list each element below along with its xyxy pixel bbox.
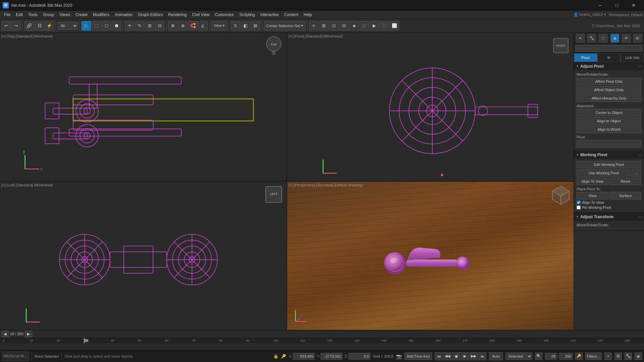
menu-create[interactable]: Create — [73, 11, 90, 19]
maximize-button[interactable]: □ — [609, 0, 625, 11]
panel-modify-icon[interactable]: 🔧 — [587, 34, 596, 43]
prev-frame-btn[interactable]: ◀ — [1, 330, 9, 337]
tab-link-info[interactable]: Link Info — [621, 53, 644, 62]
mirror-button[interactable]: ◧ — [241, 21, 250, 31]
timeline-ruler[interactable]: 0 10 20 30 40 50 60 70 80 90 100 110 120… — [0, 338, 644, 350]
pivot-button[interactable]: ⊗ — [178, 21, 187, 31]
unlink-button[interactable]: ⛓ — [35, 21, 44, 31]
section-adjust-pivot-header[interactable]: ▼ Adjust Pivot — — [574, 62, 644, 70]
reset-pivot-btn[interactable] — [577, 140, 641, 147]
menu-graph-editors[interactable]: Graph Editors — [135, 11, 165, 19]
align-button[interactable]: ⊠ — [251, 21, 260, 31]
select-region-button[interactable]: ⬚ — [92, 21, 101, 31]
viewport-front[interactable]: [+] [Front] [Standard] [Wireframe] FRONT — [287, 33, 574, 181]
menu-animation[interactable]: Animation — [112, 11, 135, 19]
menu-scripting[interactable]: Scripting — [236, 11, 258, 19]
x-input[interactable] — [293, 353, 315, 360]
panel-display-icon[interactable]: 👁 — [622, 34, 631, 43]
filter-dropdown[interactable]: All — [58, 22, 78, 30]
go-start-btn[interactable]: ⏮ — [435, 352, 443, 360]
tools-icon-2[interactable]: 🔧 — [625, 353, 632, 360]
center-to-object-btn[interactable]: Center to Object — [577, 109, 641, 116]
align-to-view-btn[interactable]: Align To View — [577, 178, 608, 185]
close-button[interactable]: ✕ — [626, 0, 641, 11]
go-end-btn[interactable]: ⏭ — [478, 352, 486, 360]
stop-btn[interactable]: ⏹ — [452, 352, 460, 360]
menu-modifiers[interactable]: Modifiers — [90, 11, 112, 19]
section-adjust-transform-header[interactable]: ▼ Adjust Transform — — [574, 213, 644, 221]
z-input[interactable] — [348, 353, 370, 360]
reset-btn[interactable]: Reset — [609, 178, 641, 185]
tools-icon-3[interactable]: ◈ — [635, 353, 642, 360]
render-setup[interactable]: 🎥 — [360, 21, 369, 31]
add-time-key-btn[interactable]: Add Time Key — [405, 353, 432, 360]
redo-button[interactable]: ↪ — [11, 21, 21, 31]
panel-create-icon[interactable]: ✦ — [576, 34, 585, 43]
menu-rendering[interactable]: Rendering — [165, 11, 189, 19]
current-frame-input[interactable] — [545, 353, 557, 360]
panel-search-input[interactable] — [575, 45, 643, 52]
render3-button[interactable]: ⬜ — [390, 21, 399, 31]
bind-button[interactable]: ⚡ — [45, 21, 54, 31]
search-timeline-btn[interactable]: 🔍 — [535, 353, 542, 360]
menu-help[interactable]: Help — [301, 11, 315, 19]
scale2-button[interactable]: ⊟ — [155, 21, 164, 31]
menu-tools[interactable]: Tools — [25, 11, 40, 19]
render-button[interactable]: ▶ — [370, 21, 379, 31]
menu-file[interactable]: File — [1, 11, 13, 19]
mat-editor[interactable]: ◈ — [350, 21, 359, 31]
working-pivot-more-btn[interactable]: ... — [632, 169, 641, 177]
tab-ik[interactable]: IK — [597, 53, 621, 62]
viewport-left[interactable]: [+] [Left] [Standard] [Wireframe] LEFT — [0, 182, 286, 330]
tools-icon-1[interactable]: ⚙ — [614, 353, 622, 360]
viewport-top[interactable]: [+] [Top] [Standard] [Wireframe] TOP — [0, 33, 286, 181]
section-adjust-pivot-collapse[interactable]: — — [639, 65, 642, 68]
filters-btn[interactable]: Filters... — [585, 353, 602, 360]
menu-group[interactable]: Group — [40, 11, 57, 19]
layers2-button[interactable]: ⊞ — [319, 21, 329, 31]
menu-edit[interactable]: Edit — [13, 11, 25, 19]
pin-working-pivot-checkbox[interactable] — [577, 205, 581, 209]
play-btn[interactable]: ▶ — [461, 352, 469, 360]
align-to-object-btn[interactable]: Align to Object — [577, 117, 641, 125]
view-dropdown[interactable]: View ▾ — [211, 21, 227, 31]
layers-button[interactable]: ≡ — [309, 21, 319, 31]
zoom-timeline-btn[interactable]: + — [604, 353, 612, 360]
total-frame-input[interactable] — [559, 353, 573, 360]
lasso-button[interactable]: ⬡ — [102, 21, 111, 31]
snap-s[interactable]: S — [231, 21, 240, 31]
panel-hierarchy-icon[interactable]: ⬡ — [599, 34, 607, 43]
tab-pivot[interactable]: Pivot — [574, 53, 597, 62]
next-frame-btn[interactable]: ▶ — [25, 330, 32, 337]
auto-key-btn[interactable]: Auto — [489, 352, 503, 360]
undo-button[interactable]: ↩ — [1, 21, 11, 31]
surface-btn[interactable]: Surface — [609, 192, 641, 199]
display-button[interactable]: ⊡ — [329, 21, 339, 31]
render2-button[interactable]: ⬛ — [380, 21, 389, 31]
panel-motion-icon[interactable]: ◉ — [610, 34, 619, 43]
scale-button[interactable]: ⊞ — [145, 21, 154, 31]
play-all-btn[interactable]: ▶▶ — [470, 352, 478, 360]
viewport-perspective[interactable]: [+] [Perspective] [Standard] [Default Sh… — [287, 182, 574, 330]
move-button[interactable]: ✛ — [125, 21, 134, 31]
section-adjust-transform-collapse[interactable]: — — [639, 215, 642, 219]
paint-select-button[interactable]: ⬟ — [112, 21, 121, 31]
set-k-btn[interactable]: 🔑 — [575, 353, 583, 360]
menu-civil-view[interactable]: Civil View — [190, 11, 212, 19]
link-button[interactable]: 🔗 — [24, 21, 34, 31]
select-button[interactable]: ▷ — [82, 21, 91, 31]
snap-toggle[interactable]: 🧲 — [188, 21, 198, 31]
minimize-button[interactable]: ─ — [592, 0, 608, 11]
menu-views[interactable]: Views — [57, 11, 73, 19]
menu-interactive[interactable]: Interactive — [258, 11, 281, 19]
panel-utilities-icon[interactable]: ⚙ — [633, 34, 642, 43]
menu-content[interactable]: Content — [281, 11, 301, 19]
use-working-pivot-btn[interactable]: Use Working Pivot — [577, 169, 631, 177]
y-input[interactable] — [321, 353, 342, 360]
affect-hierarchy-only-btn[interactable]: Affect Hierarchy Only — [577, 95, 641, 102]
section-working-pivot-collapse[interactable]: — — [639, 153, 642, 157]
affect-object-only-btn[interactable]: Affect Object Only — [577, 86, 641, 94]
create-selection-set[interactable]: Create Selection Set ▾ — [264, 21, 306, 31]
section-working-pivot-header[interactable]: ▼ Working Pivot — — [574, 151, 644, 159]
view-btn[interactable]: View — [577, 192, 608, 199]
